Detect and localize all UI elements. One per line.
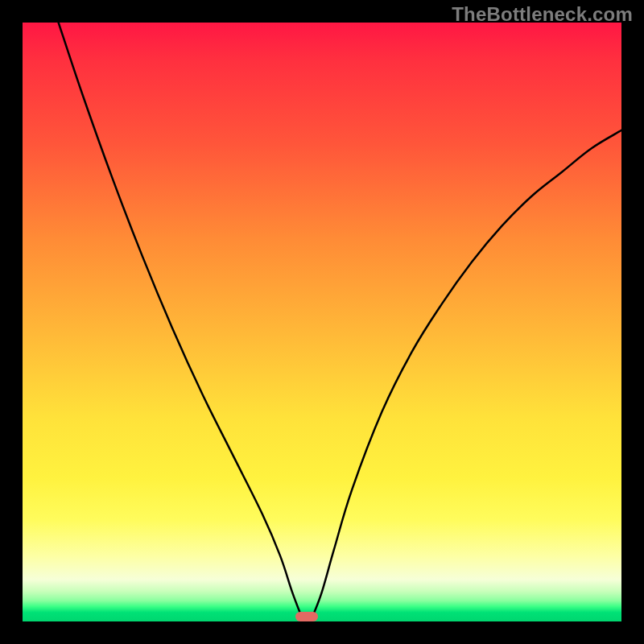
curve-left-branch [59,23,301,616]
minimum-marker [295,612,318,621]
watermark-text: TheBottleneck.com [452,3,633,26]
bottleneck-curve [23,23,621,621]
curve-right-branch [313,130,621,616]
plot-area [23,23,621,621]
